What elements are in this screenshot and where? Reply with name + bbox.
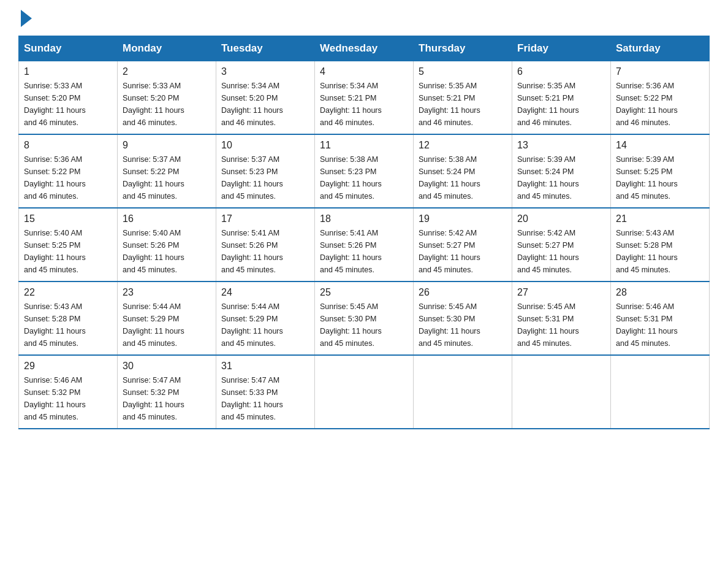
day-info: Sunrise: 5:46 AM Sunset: 5:31 PM Dayligh… xyxy=(616,301,704,350)
calendar-cell: 15 Sunrise: 5:40 AM Sunset: 5:25 PM Dayl… xyxy=(19,208,118,282)
day-number: 23 xyxy=(123,287,211,298)
calendar-cell: 7 Sunrise: 5:36 AM Sunset: 5:22 PM Dayli… xyxy=(611,61,710,135)
calendar-cell: 30 Sunrise: 5:47 AM Sunset: 5:32 PM Dayl… xyxy=(118,355,216,429)
calendar-cell: 4 Sunrise: 5:34 AM Sunset: 5:21 PM Dayli… xyxy=(315,61,414,135)
day-info: Sunrise: 5:38 AM Sunset: 5:24 PM Dayligh… xyxy=(419,153,507,202)
day-info: Sunrise: 5:39 AM Sunset: 5:25 PM Dayligh… xyxy=(616,153,704,202)
day-info: Sunrise: 5:44 AM Sunset: 5:29 PM Dayligh… xyxy=(221,301,309,350)
day-number: 5 xyxy=(419,66,507,77)
calendar-header-row: SundayMondayTuesdayWednesdayThursdayFrid… xyxy=(19,36,710,61)
calendar-cell: 11 Sunrise: 5:38 AM Sunset: 5:23 PM Dayl… xyxy=(315,134,414,208)
day-info: Sunrise: 5:34 AM Sunset: 5:21 PM Dayligh… xyxy=(320,80,408,129)
calendar-cell: 5 Sunrise: 5:35 AM Sunset: 5:21 PM Dayli… xyxy=(414,61,512,135)
header-wednesday: Wednesday xyxy=(315,36,414,61)
day-number: 6 xyxy=(517,66,605,77)
calendar-cell: 13 Sunrise: 5:39 AM Sunset: 5:24 PM Dayl… xyxy=(512,134,611,208)
calendar-cell: 6 Sunrise: 5:35 AM Sunset: 5:21 PM Dayli… xyxy=(512,61,611,135)
day-number: 16 xyxy=(123,213,211,224)
day-number: 14 xyxy=(616,140,704,151)
day-number: 12 xyxy=(419,140,507,151)
day-info: Sunrise: 5:38 AM Sunset: 5:23 PM Dayligh… xyxy=(320,153,408,202)
day-info: Sunrise: 5:45 AM Sunset: 5:30 PM Dayligh… xyxy=(320,301,408,350)
day-number: 19 xyxy=(419,213,507,224)
calendar-cell: 20 Sunrise: 5:42 AM Sunset: 5:27 PM Dayl… xyxy=(512,208,611,282)
calendar-cell: 19 Sunrise: 5:42 AM Sunset: 5:27 PM Dayl… xyxy=(414,208,512,282)
calendar-cell: 29 Sunrise: 5:46 AM Sunset: 5:32 PM Dayl… xyxy=(19,355,118,429)
calendar-cell: 3 Sunrise: 5:34 AM Sunset: 5:20 PM Dayli… xyxy=(216,61,315,135)
calendar-cell: 8 Sunrise: 5:36 AM Sunset: 5:22 PM Dayli… xyxy=(19,134,118,208)
logo xyxy=(18,12,32,23)
day-number: 20 xyxy=(517,213,605,224)
day-number: 9 xyxy=(123,140,211,151)
day-info: Sunrise: 5:46 AM Sunset: 5:32 PM Dayligh… xyxy=(24,374,112,423)
week-row-4: 22 Sunrise: 5:43 AM Sunset: 5:28 PM Dayl… xyxy=(19,282,710,355)
calendar-cell xyxy=(414,355,512,429)
day-number: 4 xyxy=(320,66,408,77)
header-friday: Friday xyxy=(512,36,611,61)
day-number: 28 xyxy=(616,287,704,298)
day-info: Sunrise: 5:40 AM Sunset: 5:26 PM Dayligh… xyxy=(123,227,211,276)
calendar-cell: 21 Sunrise: 5:43 AM Sunset: 5:28 PM Dayl… xyxy=(611,208,710,282)
day-info: Sunrise: 5:37 AM Sunset: 5:22 PM Dayligh… xyxy=(123,153,211,202)
day-number: 1 xyxy=(24,66,112,77)
calendar-cell: 2 Sunrise: 5:33 AM Sunset: 5:20 PM Dayli… xyxy=(118,61,216,135)
day-number: 25 xyxy=(320,287,408,298)
day-info: Sunrise: 5:36 AM Sunset: 5:22 PM Dayligh… xyxy=(24,153,112,202)
day-info: Sunrise: 5:41 AM Sunset: 5:26 PM Dayligh… xyxy=(320,227,408,276)
day-info: Sunrise: 5:43 AM Sunset: 5:28 PM Dayligh… xyxy=(616,227,704,276)
day-info: Sunrise: 5:35 AM Sunset: 5:21 PM Dayligh… xyxy=(517,80,605,129)
day-info: Sunrise: 5:39 AM Sunset: 5:24 PM Dayligh… xyxy=(517,153,605,202)
day-number: 8 xyxy=(24,140,112,151)
calendar-cell: 25 Sunrise: 5:45 AM Sunset: 5:30 PM Dayl… xyxy=(315,282,414,355)
day-info: Sunrise: 5:43 AM Sunset: 5:28 PM Dayligh… xyxy=(24,301,112,350)
day-number: 10 xyxy=(221,140,309,151)
day-info: Sunrise: 5:35 AM Sunset: 5:21 PM Dayligh… xyxy=(419,80,507,129)
calendar-cell: 18 Sunrise: 5:41 AM Sunset: 5:26 PM Dayl… xyxy=(315,208,414,282)
header-monday: Monday xyxy=(118,36,216,61)
day-info: Sunrise: 5:36 AM Sunset: 5:22 PM Dayligh… xyxy=(616,80,704,129)
day-info: Sunrise: 5:45 AM Sunset: 5:30 PM Dayligh… xyxy=(419,301,507,350)
day-number: 31 xyxy=(221,361,309,372)
day-number: 27 xyxy=(517,287,605,298)
day-info: Sunrise: 5:34 AM Sunset: 5:20 PM Dayligh… xyxy=(221,80,309,129)
header-thursday: Thursday xyxy=(414,36,512,61)
day-number: 17 xyxy=(221,213,309,224)
calendar-table: SundayMondayTuesdayWednesdayThursdayFrid… xyxy=(18,36,710,429)
calendar-cell: 14 Sunrise: 5:39 AM Sunset: 5:25 PM Dayl… xyxy=(611,134,710,208)
day-number: 15 xyxy=(24,213,112,224)
day-number: 26 xyxy=(419,287,507,298)
day-number: 24 xyxy=(221,287,309,298)
calendar-cell: 9 Sunrise: 5:37 AM Sunset: 5:22 PM Dayli… xyxy=(118,134,216,208)
calendar-cell: 31 Sunrise: 5:47 AM Sunset: 5:33 PM Dayl… xyxy=(216,355,315,429)
logo-arrow-icon xyxy=(21,10,32,27)
calendar-cell: 24 Sunrise: 5:44 AM Sunset: 5:29 PM Dayl… xyxy=(216,282,315,355)
day-info: Sunrise: 5:33 AM Sunset: 5:20 PM Dayligh… xyxy=(24,80,112,129)
day-info: Sunrise: 5:47 AM Sunset: 5:32 PM Dayligh… xyxy=(123,374,211,423)
day-number: 29 xyxy=(24,361,112,372)
week-row-2: 8 Sunrise: 5:36 AM Sunset: 5:22 PM Dayli… xyxy=(19,134,710,208)
day-info: Sunrise: 5:40 AM Sunset: 5:25 PM Dayligh… xyxy=(24,227,112,276)
week-row-1: 1 Sunrise: 5:33 AM Sunset: 5:20 PM Dayli… xyxy=(19,61,710,135)
header-saturday: Saturday xyxy=(611,36,710,61)
day-number: 21 xyxy=(616,213,704,224)
day-number: 11 xyxy=(320,140,408,151)
day-number: 2 xyxy=(123,66,211,77)
day-number: 7 xyxy=(616,66,704,77)
week-row-5: 29 Sunrise: 5:46 AM Sunset: 5:32 PM Dayl… xyxy=(19,355,710,429)
day-info: Sunrise: 5:37 AM Sunset: 5:23 PM Dayligh… xyxy=(221,153,309,202)
day-info: Sunrise: 5:47 AM Sunset: 5:33 PM Dayligh… xyxy=(221,374,309,423)
calendar-cell: 22 Sunrise: 5:43 AM Sunset: 5:28 PM Dayl… xyxy=(19,282,118,355)
header-sunday: Sunday xyxy=(19,36,118,61)
day-number: 18 xyxy=(320,213,408,224)
calendar-cell: 28 Sunrise: 5:46 AM Sunset: 5:31 PM Dayl… xyxy=(611,282,710,355)
day-info: Sunrise: 5:42 AM Sunset: 5:27 PM Dayligh… xyxy=(517,227,605,276)
day-info: Sunrise: 5:42 AM Sunset: 5:27 PM Dayligh… xyxy=(419,227,507,276)
header-tuesday: Tuesday xyxy=(216,36,315,61)
calendar-cell: 10 Sunrise: 5:37 AM Sunset: 5:23 PM Dayl… xyxy=(216,134,315,208)
day-number: 30 xyxy=(123,361,211,372)
day-info: Sunrise: 5:44 AM Sunset: 5:29 PM Dayligh… xyxy=(123,301,211,350)
week-row-3: 15 Sunrise: 5:40 AM Sunset: 5:25 PM Dayl… xyxy=(19,208,710,282)
calendar-cell xyxy=(315,355,414,429)
calendar-cell: 26 Sunrise: 5:45 AM Sunset: 5:30 PM Dayl… xyxy=(414,282,512,355)
calendar-cell: 16 Sunrise: 5:40 AM Sunset: 5:26 PM Dayl… xyxy=(118,208,216,282)
